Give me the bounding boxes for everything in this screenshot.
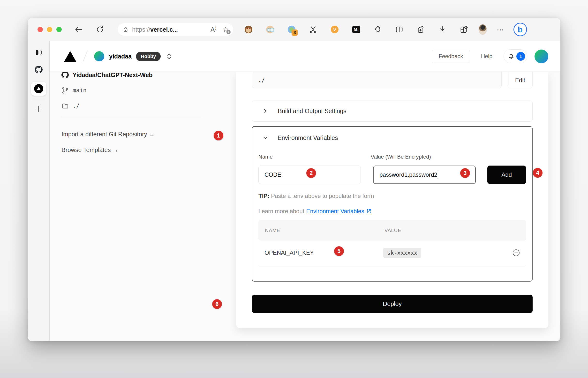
tab-panel-icon[interactable] xyxy=(35,49,42,56)
deploy-button[interactable]: Deploy xyxy=(252,295,532,313)
bing-chat-icon[interactable]: b xyxy=(514,23,527,36)
git-branch-icon xyxy=(61,87,69,94)
build-output-settings-section[interactable]: Build and Output Settings xyxy=(252,101,532,122)
plan-badge: Hobby xyxy=(136,52,161,61)
close-window-button[interactable] xyxy=(38,27,43,32)
import-different-repo-link[interactable]: Import a different Git Repository → xyxy=(61,130,231,138)
read-aloud-icon[interactable]: A) xyxy=(211,26,216,33)
github-tab-icon[interactable] xyxy=(35,66,43,73)
new-tab-icon[interactable] xyxy=(35,105,43,113)
split-screen-icon[interactable] xyxy=(395,25,403,34)
external-link-icon xyxy=(366,208,372,214)
build-section-title: Build and Output Settings xyxy=(278,108,346,115)
vercel-favicon-icon xyxy=(34,84,43,93)
table-name-header: NAME xyxy=(265,228,280,233)
help-link[interactable]: Help xyxy=(481,53,492,60)
breadcrumb-separator xyxy=(83,51,87,62)
github-icon xyxy=(61,71,69,79)
import-project-content: Yidadaa/ChatGPT-Next-Web main ./ Import … xyxy=(50,72,560,341)
vercel-page: yidadaa Hobby Feedback Help 1 Yid xyxy=(50,41,560,341)
url-host: vercel.c... xyxy=(150,26,178,33)
add-favorite-icon[interactable]: ☆+ xyxy=(222,26,229,33)
configure-project-card: ./ Edit Build and Output Settings Enviro… xyxy=(236,72,548,328)
branch-name: main xyxy=(72,87,87,94)
collections-icon[interactable] xyxy=(417,25,425,34)
reload-button[interactable] xyxy=(96,25,104,34)
env-tip: TIP: Paste a .env above to populate the … xyxy=(258,193,526,199)
remove-env-var-icon[interactable] xyxy=(512,249,520,257)
extensions-puzzle-icon[interactable] xyxy=(373,25,382,34)
browse-templates-link[interactable]: Browse Templates → xyxy=(61,146,231,154)
annotation-badge-2: 2 xyxy=(306,168,316,178)
env-section-title: Environment Variables xyxy=(278,134,338,141)
feedback-button[interactable]: Feedback xyxy=(432,50,470,63)
edit-button[interactable]: Edit xyxy=(508,72,532,88)
team-switcher-icon[interactable] xyxy=(166,52,172,60)
browser-sidebar xyxy=(28,41,50,341)
user-avatar[interactable] xyxy=(534,50,548,63)
more-menu-icon[interactable]: ⋯ xyxy=(497,25,505,34)
env-row-name: OPENAI_API_KEY xyxy=(264,249,344,256)
bell-icon xyxy=(508,53,515,60)
env-value-text: password1,password2 xyxy=(379,171,437,178)
address-bar[interactable]: https://vercel.c... A) ☆+ xyxy=(118,23,233,36)
root-dir: ./ xyxy=(72,102,80,109)
reload-icon xyxy=(96,25,104,34)
back-button[interactable] xyxy=(74,25,83,34)
browser-window: https://vercel.c... A) ☆+ 3 V M↓ xyxy=(28,18,560,341)
annotation-badge-3: 3 xyxy=(460,168,470,178)
env-docs-link[interactable]: Environment Variables xyxy=(306,208,364,215)
team-avatar xyxy=(94,51,104,61)
repo-name: Yidadaa/ChatGPT-Next-Web xyxy=(72,71,153,79)
browser-essentials-icon[interactable] xyxy=(460,25,468,34)
row-divider xyxy=(258,265,526,265)
branch-row: main xyxy=(61,86,231,95)
markdown-extension-icon[interactable]: M↓ xyxy=(352,25,360,34)
table-value-header: VALUE xyxy=(385,228,402,233)
vercel-active-tab[interactable] xyxy=(31,82,46,96)
scissors-extension-icon[interactable] xyxy=(309,25,317,34)
zoom-window-button[interactable] xyxy=(56,27,62,32)
chevron-down-icon xyxy=(262,135,268,141)
env-table-header: NAME VALUE xyxy=(258,220,526,241)
root-dir-row: ./ xyxy=(61,102,231,110)
browser-toolbar: https://vercel.c... A) ☆+ 3 V M↓ xyxy=(28,18,560,41)
minimize-window-button[interactable] xyxy=(47,27,52,32)
root-path-row: ./ Edit xyxy=(252,72,532,88)
env-learn-more: Learn more about Environment Variables xyxy=(258,208,526,215)
sidebar-divider xyxy=(32,99,46,99)
v-extension-icon[interactable]: V xyxy=(330,25,339,34)
env-value-input[interactable]: password1,password2 xyxy=(373,165,475,184)
env-field-labels: Name Value (Will Be Encrypted) xyxy=(258,154,526,161)
env-input-row: CODE password1,password2 Add xyxy=(258,165,526,184)
team-name: yidadaa xyxy=(109,53,132,60)
tampermonkey-extension-icon[interactable] xyxy=(244,25,253,34)
back-arrow-icon xyxy=(74,25,83,34)
chevron-right-icon xyxy=(262,108,268,114)
root-path-input[interactable]: ./ xyxy=(252,72,502,88)
repo-summary-panel: Yidadaa/ChatGPT-Next-Web main ./ Import … xyxy=(61,71,231,154)
notifications-button[interactable]: 1 xyxy=(503,49,527,63)
add-env-var-button[interactable]: Add xyxy=(487,165,526,184)
vercel-logo-icon[interactable] xyxy=(64,51,76,62)
profile-avatar[interactable] xyxy=(479,25,487,34)
lock-icon xyxy=(122,26,129,33)
downloads-icon[interactable] xyxy=(438,25,446,34)
notification-count-badge: 1 xyxy=(516,52,525,61)
badge-extension-icon[interactable]: 3 xyxy=(287,25,296,34)
environment-variables-section: Environment Variables Name Value (Will B… xyxy=(252,126,532,282)
traffic-lights xyxy=(38,27,62,32)
env-section-header[interactable]: Environment Variables xyxy=(258,134,526,142)
annotation-badge-6: 6 xyxy=(212,299,222,309)
vercel-header: yidadaa Hobby Feedback Help 1 xyxy=(50,41,560,72)
url-scheme: https:// xyxy=(132,26,150,33)
annotation-badge-5: 5 xyxy=(334,246,344,256)
env-table-row: OPENAI_API_KEY sk-xxxxxx xyxy=(258,241,526,265)
annotation-badge-1: 1 xyxy=(214,131,223,140)
tip-text: Paste a .env above to populate the form xyxy=(269,193,374,199)
learn-more-prefix: Learn more about xyxy=(258,208,304,215)
text-caret xyxy=(438,171,438,179)
favorite-plus-badge: + xyxy=(227,30,230,34)
extension-count-badge: 3 xyxy=(292,29,298,36)
face-extension-icon[interactable] xyxy=(266,25,274,34)
